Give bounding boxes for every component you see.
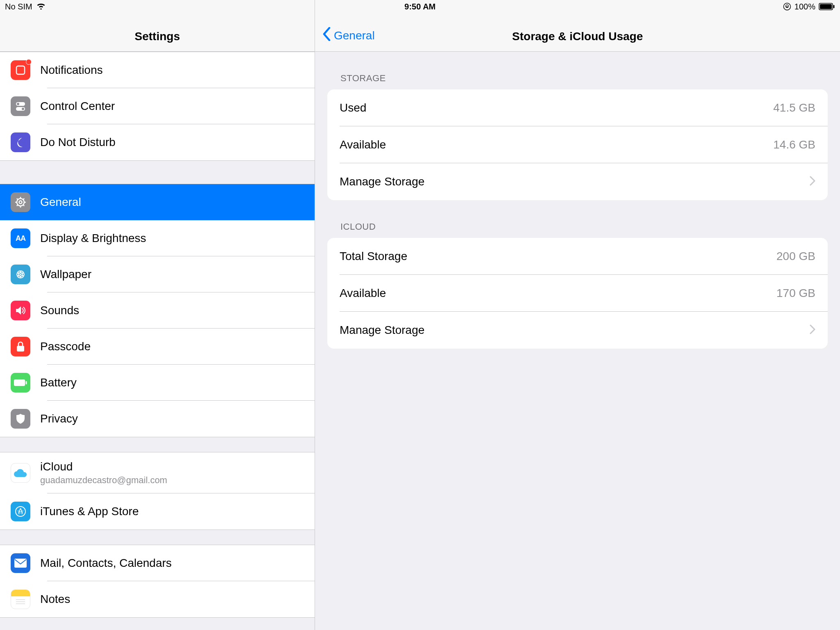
back-button[interactable]: General bbox=[322, 27, 375, 44]
svg-point-20 bbox=[20, 274, 21, 275]
svg-rect-3 bbox=[833, 5, 835, 8]
cell-available: Available170 GB bbox=[327, 275, 828, 312]
notes-icon bbox=[11, 589, 30, 609]
cell-label: Available bbox=[340, 138, 386, 151]
sounds-icon bbox=[11, 301, 30, 320]
detail-title: Storage & iCloud Usage bbox=[315, 30, 840, 43]
sidebar-item-label: Notes bbox=[40, 593, 70, 606]
cell-available: Available14.6 GB bbox=[327, 126, 828, 163]
cell-label: Manage Storage bbox=[340, 175, 425, 188]
general-icon bbox=[11, 192, 30, 212]
sidebar-item-passcode[interactable]: Passcode bbox=[0, 329, 315, 365]
settings-table: Used41.5 GBAvailable14.6 GBManage Storag… bbox=[327, 89, 828, 200]
sidebar-item-label: Sounds bbox=[40, 304, 79, 317]
svg-line-15 bbox=[17, 199, 18, 200]
status-bar: No SIM 9:50 AM 100% bbox=[0, 0, 840, 13]
sidebar-item-label: iCloud bbox=[40, 460, 167, 473]
sidebar-item-display[interactable]: AADisplay & Brightness bbox=[0, 220, 315, 256]
chevron-right-icon bbox=[810, 324, 815, 336]
wallpaper-icon bbox=[11, 265, 30, 284]
svg-line-18 bbox=[17, 205, 18, 206]
battery-icon bbox=[819, 3, 835, 10]
privacy-icon bbox=[11, 409, 30, 429]
sidebar-item-control-center[interactable]: Control Center bbox=[0, 88, 315, 124]
section-header: iCloud bbox=[315, 200, 840, 238]
settings-table: Total Storage200 GBAvailable170 GBManage… bbox=[327, 238, 828, 349]
sidebar-item-label: General bbox=[40, 196, 81, 209]
svg-rect-24 bbox=[17, 346, 24, 352]
sidebar-item-itunes[interactable]: AiTunes & App Store bbox=[0, 493, 315, 530]
sidebar-item-sounds[interactable]: Sounds bbox=[0, 292, 315, 329]
sidebar-item-subtitle: guadamuzdecastro@gmail.com bbox=[40, 475, 167, 486]
sidebar-item-label: Passcode bbox=[40, 340, 91, 353]
sidebar-item-battery[interactable]: Battery bbox=[0, 365, 315, 401]
sidebar-item-icloud[interactable]: iCloudguadamuzdecastro@gmail.com bbox=[0, 452, 315, 493]
svg-rect-25 bbox=[14, 379, 25, 386]
cell-value: 41.5 GB bbox=[773, 101, 815, 114]
cell-total-storage: Total Storage200 GB bbox=[327, 238, 828, 275]
sidebar-item-mail[interactable]: Mail, Contacts, Calendars bbox=[0, 545, 315, 581]
sidebar-item-label: Control Center bbox=[40, 100, 115, 113]
cell-label: Manage Storage bbox=[340, 324, 425, 337]
chevron-left-icon bbox=[322, 27, 331, 44]
svg-rect-4 bbox=[16, 66, 25, 74]
detail-pane: General Storage & iCloud Usage StorageUs… bbox=[315, 0, 840, 630]
cell-value: 14.6 GB bbox=[773, 138, 815, 151]
battery-icon bbox=[11, 373, 30, 393]
chevron-right-icon bbox=[810, 176, 815, 187]
sidebar-item-general[interactable]: General bbox=[0, 184, 315, 220]
settings-sidebar: Settings NotificationsControl CenterDo N… bbox=[0, 0, 315, 630]
svg-point-8 bbox=[22, 108, 24, 110]
sidebar-item-label: Mail, Contacts, Calendars bbox=[40, 557, 172, 570]
sidebar-item-do-not-disturb[interactable]: Do Not Disturb bbox=[0, 124, 315, 160]
svg-rect-26 bbox=[26, 381, 27, 384]
svg-rect-29 bbox=[14, 559, 27, 568]
sidebar-item-label: Battery bbox=[40, 376, 77, 389]
orientation-lock-icon bbox=[783, 2, 791, 11]
clock-text: 9:50 AM bbox=[404, 2, 436, 11]
cell-value: 170 GB bbox=[776, 287, 815, 300]
sidebar-item-label: Wallpaper bbox=[40, 268, 91, 281]
svg-line-16 bbox=[23, 205, 24, 206]
svg-line-17 bbox=[23, 199, 24, 200]
back-label: General bbox=[334, 29, 375, 42]
svg-point-6 bbox=[17, 103, 19, 105]
cell-manage-storage[interactable]: Manage Storage bbox=[327, 312, 828, 349]
control-center-icon bbox=[11, 96, 30, 116]
sidebar-item-notifications[interactable]: Notifications bbox=[0, 52, 315, 88]
sidebar-item-privacy[interactable]: Privacy bbox=[0, 401, 315, 437]
svg-point-9 bbox=[17, 199, 24, 206]
battery-pct-text: 100% bbox=[794, 2, 815, 11]
wifi-icon bbox=[37, 2, 46, 11]
passcode-icon bbox=[11, 337, 30, 356]
sidebar-item-wallpaper[interactable]: Wallpaper bbox=[0, 256, 315, 292]
section-header: Storage bbox=[315, 52, 840, 89]
do-not-disturb-icon bbox=[11, 132, 30, 152]
cell-manage-storage[interactable]: Manage Storage bbox=[327, 163, 828, 200]
cell-label: Used bbox=[340, 101, 366, 114]
sidebar-item-label: Display & Brightness bbox=[40, 232, 146, 245]
sidebar-item-notes[interactable]: Notes bbox=[0, 581, 315, 617]
sidebar-title: Settings bbox=[135, 30, 180, 43]
cell-label: Available bbox=[340, 287, 386, 300]
itunes-icon: A bbox=[11, 502, 30, 521]
sidebar-item-label: Do Not Disturb bbox=[40, 136, 116, 149]
carrier-text: No SIM bbox=[5, 2, 32, 11]
icloud-icon bbox=[11, 463, 30, 483]
cell-label: Total Storage bbox=[340, 250, 407, 263]
sidebar-item-label: Privacy bbox=[40, 412, 78, 425]
sidebar-item-label: Notifications bbox=[40, 64, 103, 77]
svg-point-10 bbox=[19, 201, 22, 204]
display-icon: AA bbox=[11, 228, 30, 248]
sidebar-item-label: iTunes & App Store bbox=[40, 505, 139, 518]
notifications-icon bbox=[11, 60, 30, 80]
mail-icon bbox=[11, 553, 30, 573]
cell-used: Used41.5 GB bbox=[327, 89, 828, 126]
cell-value: 200 GB bbox=[776, 250, 815, 263]
svg-rect-2 bbox=[820, 4, 832, 9]
svg-text:A: A bbox=[18, 507, 23, 515]
